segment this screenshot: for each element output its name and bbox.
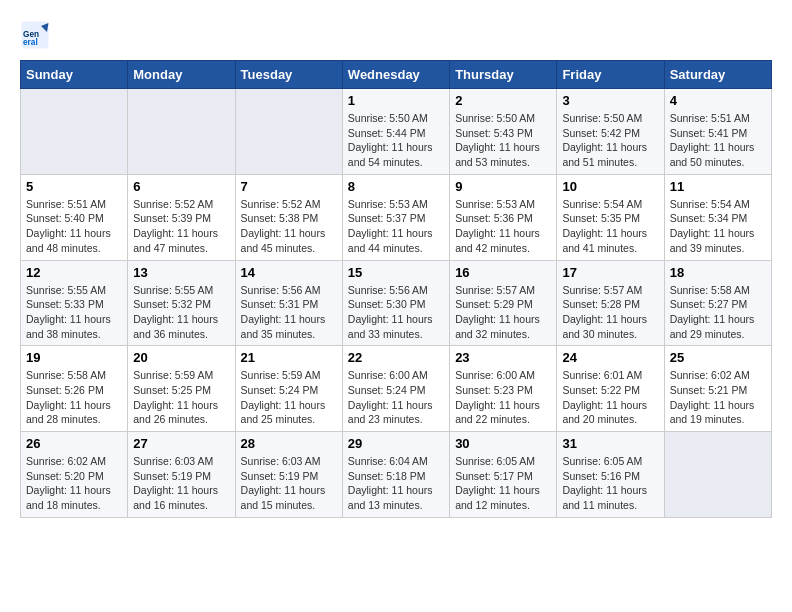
calendar-cell: 29Sunrise: 6:04 AM Sunset: 5:18 PM Dayli… <box>342 432 449 518</box>
day-info: Sunrise: 5:53 AM Sunset: 5:37 PM Dayligh… <box>348 197 444 256</box>
day-info: Sunrise: 5:56 AM Sunset: 5:31 PM Dayligh… <box>241 283 337 342</box>
calendar-cell: 5Sunrise: 5:51 AM Sunset: 5:40 PM Daylig… <box>21 174 128 260</box>
day-info: Sunrise: 6:00 AM Sunset: 5:24 PM Dayligh… <box>348 368 444 427</box>
svg-text:eral: eral <box>23 38 38 47</box>
day-number: 17 <box>562 265 658 280</box>
calendar-cell: 10Sunrise: 5:54 AM Sunset: 5:35 PM Dayli… <box>557 174 664 260</box>
day-number: 4 <box>670 93 766 108</box>
day-number: 3 <box>562 93 658 108</box>
day-number: 26 <box>26 436 122 451</box>
weekday-header-sunday: Sunday <box>21 61 128 89</box>
calendar-header: SundayMondayTuesdayWednesdayThursdayFrid… <box>21 61 772 89</box>
day-number: 30 <box>455 436 551 451</box>
calendar-cell: 18Sunrise: 5:58 AM Sunset: 5:27 PM Dayli… <box>664 260 771 346</box>
day-info: Sunrise: 6:00 AM Sunset: 5:23 PM Dayligh… <box>455 368 551 427</box>
day-info: Sunrise: 6:05 AM Sunset: 5:16 PM Dayligh… <box>562 454 658 513</box>
day-number: 2 <box>455 93 551 108</box>
day-number: 15 <box>348 265 444 280</box>
day-number: 8 <box>348 179 444 194</box>
calendar-week-5: 26Sunrise: 6:02 AM Sunset: 5:20 PM Dayli… <box>21 432 772 518</box>
calendar-week-1: 1Sunrise: 5:50 AM Sunset: 5:44 PM Daylig… <box>21 89 772 175</box>
day-number: 24 <box>562 350 658 365</box>
day-info: Sunrise: 5:56 AM Sunset: 5:30 PM Dayligh… <box>348 283 444 342</box>
calendar-week-2: 5Sunrise: 5:51 AM Sunset: 5:40 PM Daylig… <box>21 174 772 260</box>
day-number: 9 <box>455 179 551 194</box>
calendar-cell: 2Sunrise: 5:50 AM Sunset: 5:43 PM Daylig… <box>450 89 557 175</box>
calendar-cell <box>128 89 235 175</box>
day-number: 31 <box>562 436 658 451</box>
day-number: 7 <box>241 179 337 194</box>
day-number: 13 <box>133 265 229 280</box>
calendar-cell: 12Sunrise: 5:55 AM Sunset: 5:33 PM Dayli… <box>21 260 128 346</box>
calendar-cell: 3Sunrise: 5:50 AM Sunset: 5:42 PM Daylig… <box>557 89 664 175</box>
page-header: Gen eral <box>20 20 772 50</box>
weekday-header-tuesday: Tuesday <box>235 61 342 89</box>
day-number: 23 <box>455 350 551 365</box>
weekday-row: SundayMondayTuesdayWednesdayThursdayFrid… <box>21 61 772 89</box>
day-number: 19 <box>26 350 122 365</box>
day-number: 1 <box>348 93 444 108</box>
calendar-cell: 26Sunrise: 6:02 AM Sunset: 5:20 PM Dayli… <box>21 432 128 518</box>
day-info: Sunrise: 5:57 AM Sunset: 5:29 PM Dayligh… <box>455 283 551 342</box>
day-number: 5 <box>26 179 122 194</box>
day-info: Sunrise: 5:52 AM Sunset: 5:38 PM Dayligh… <box>241 197 337 256</box>
calendar-cell: 14Sunrise: 5:56 AM Sunset: 5:31 PM Dayli… <box>235 260 342 346</box>
calendar-cell: 24Sunrise: 6:01 AM Sunset: 5:22 PM Dayli… <box>557 346 664 432</box>
day-number: 16 <box>455 265 551 280</box>
day-number: 12 <box>26 265 122 280</box>
calendar-cell <box>21 89 128 175</box>
calendar-table: SundayMondayTuesdayWednesdayThursdayFrid… <box>20 60 772 518</box>
day-number: 10 <box>562 179 658 194</box>
day-info: Sunrise: 5:59 AM Sunset: 5:25 PM Dayligh… <box>133 368 229 427</box>
day-info: Sunrise: 5:54 AM Sunset: 5:34 PM Dayligh… <box>670 197 766 256</box>
day-info: Sunrise: 5:58 AM Sunset: 5:26 PM Dayligh… <box>26 368 122 427</box>
day-info: Sunrise: 5:55 AM Sunset: 5:32 PM Dayligh… <box>133 283 229 342</box>
calendar-cell: 25Sunrise: 6:02 AM Sunset: 5:21 PM Dayli… <box>664 346 771 432</box>
day-info: Sunrise: 6:02 AM Sunset: 5:21 PM Dayligh… <box>670 368 766 427</box>
day-info: Sunrise: 6:01 AM Sunset: 5:22 PM Dayligh… <box>562 368 658 427</box>
calendar-cell: 22Sunrise: 6:00 AM Sunset: 5:24 PM Dayli… <box>342 346 449 432</box>
weekday-header-monday: Monday <box>128 61 235 89</box>
calendar-cell: 11Sunrise: 5:54 AM Sunset: 5:34 PM Dayli… <box>664 174 771 260</box>
calendar-cell: 6Sunrise: 5:52 AM Sunset: 5:39 PM Daylig… <box>128 174 235 260</box>
day-number: 18 <box>670 265 766 280</box>
calendar-cell: 4Sunrise: 5:51 AM Sunset: 5:41 PM Daylig… <box>664 89 771 175</box>
day-number: 25 <box>670 350 766 365</box>
calendar-cell: 16Sunrise: 5:57 AM Sunset: 5:29 PM Dayli… <box>450 260 557 346</box>
day-number: 11 <box>670 179 766 194</box>
calendar-cell: 30Sunrise: 6:05 AM Sunset: 5:17 PM Dayli… <box>450 432 557 518</box>
day-info: Sunrise: 5:50 AM Sunset: 5:42 PM Dayligh… <box>562 111 658 170</box>
calendar-cell <box>235 89 342 175</box>
calendar-cell: 7Sunrise: 5:52 AM Sunset: 5:38 PM Daylig… <box>235 174 342 260</box>
day-info: Sunrise: 6:03 AM Sunset: 5:19 PM Dayligh… <box>133 454 229 513</box>
calendar-cell: 23Sunrise: 6:00 AM Sunset: 5:23 PM Dayli… <box>450 346 557 432</box>
logo-icon: Gen eral <box>20 20 50 50</box>
calendar-cell: 9Sunrise: 5:53 AM Sunset: 5:36 PM Daylig… <box>450 174 557 260</box>
day-info: Sunrise: 6:04 AM Sunset: 5:18 PM Dayligh… <box>348 454 444 513</box>
weekday-header-thursday: Thursday <box>450 61 557 89</box>
day-info: Sunrise: 5:50 AM Sunset: 5:44 PM Dayligh… <box>348 111 444 170</box>
day-info: Sunrise: 6:02 AM Sunset: 5:20 PM Dayligh… <box>26 454 122 513</box>
calendar-cell: 21Sunrise: 5:59 AM Sunset: 5:24 PM Dayli… <box>235 346 342 432</box>
day-info: Sunrise: 5:58 AM Sunset: 5:27 PM Dayligh… <box>670 283 766 342</box>
day-info: Sunrise: 5:50 AM Sunset: 5:43 PM Dayligh… <box>455 111 551 170</box>
calendar-cell: 31Sunrise: 6:05 AM Sunset: 5:16 PM Dayli… <box>557 432 664 518</box>
calendar-week-3: 12Sunrise: 5:55 AM Sunset: 5:33 PM Dayli… <box>21 260 772 346</box>
calendar-cell: 1Sunrise: 5:50 AM Sunset: 5:44 PM Daylig… <box>342 89 449 175</box>
day-info: Sunrise: 5:57 AM Sunset: 5:28 PM Dayligh… <box>562 283 658 342</box>
day-info: Sunrise: 5:51 AM Sunset: 5:40 PM Dayligh… <box>26 197 122 256</box>
day-number: 22 <box>348 350 444 365</box>
day-number: 29 <box>348 436 444 451</box>
calendar-cell: 15Sunrise: 5:56 AM Sunset: 5:30 PM Dayli… <box>342 260 449 346</box>
weekday-header-wednesday: Wednesday <box>342 61 449 89</box>
day-info: Sunrise: 5:53 AM Sunset: 5:36 PM Dayligh… <box>455 197 551 256</box>
day-info: Sunrise: 6:05 AM Sunset: 5:17 PM Dayligh… <box>455 454 551 513</box>
day-info: Sunrise: 5:55 AM Sunset: 5:33 PM Dayligh… <box>26 283 122 342</box>
day-number: 20 <box>133 350 229 365</box>
day-info: Sunrise: 5:59 AM Sunset: 5:24 PM Dayligh… <box>241 368 337 427</box>
weekday-header-friday: Friday <box>557 61 664 89</box>
calendar-cell: 28Sunrise: 6:03 AM Sunset: 5:19 PM Dayli… <box>235 432 342 518</box>
day-info: Sunrise: 5:52 AM Sunset: 5:39 PM Dayligh… <box>133 197 229 256</box>
day-info: Sunrise: 5:54 AM Sunset: 5:35 PM Dayligh… <box>562 197 658 256</box>
day-number: 6 <box>133 179 229 194</box>
